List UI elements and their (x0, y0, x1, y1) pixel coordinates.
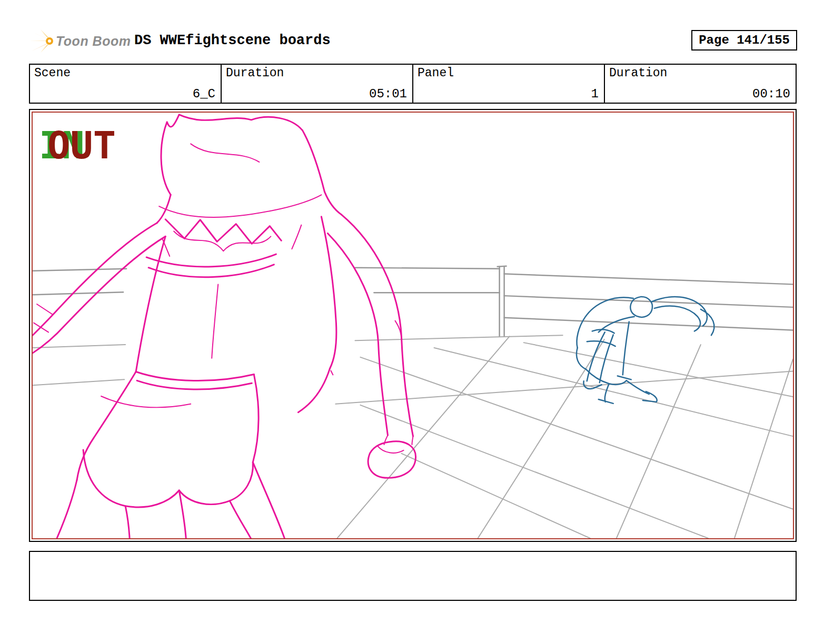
info-cell-scene: Scene 6_C (30, 65, 221, 103)
document-title: DS WWEfightscene boards (134, 33, 331, 48)
scene-duration-value: 05:01 (369, 87, 407, 101)
panel-value: 1 (591, 87, 599, 101)
toonboom-logo-icon (29, 28, 55, 54)
pink-figure-sketch (33, 115, 416, 538)
panel-duration-label: Duration (609, 66, 667, 80)
storyboard-drawing (33, 113, 793, 538)
info-cell-panel-duration: Duration 00:10 (604, 65, 796, 103)
scene-duration-label: Duration (226, 66, 284, 80)
page-number-badge: Page 141/155 (691, 30, 797, 51)
info-cell-panel: Panel 1 (412, 65, 604, 103)
panel-duration-value: 00:10 (752, 87, 790, 101)
caption-box (29, 551, 797, 601)
scene-label: Scene (34, 66, 71, 80)
scene-value: 6_C (193, 87, 215, 101)
toonboom-logo-text: Toon Boom (56, 34, 131, 49)
storyboard-page: Toon Boom DS WWEfightscene boards Page 1… (0, 0, 834, 644)
camera-frame-border: IN OUT (32, 112, 794, 539)
info-cell-scene-duration: Duration 05:01 (221, 65, 412, 103)
panel-label: Panel (418, 66, 454, 80)
panel-info-bar: Scene 6_C Duration 05:01 Panel 1 Duratio… (29, 64, 797, 104)
ring-ropes (33, 266, 793, 337)
storyboard-panel-frame: IN OUT (29, 109, 797, 542)
